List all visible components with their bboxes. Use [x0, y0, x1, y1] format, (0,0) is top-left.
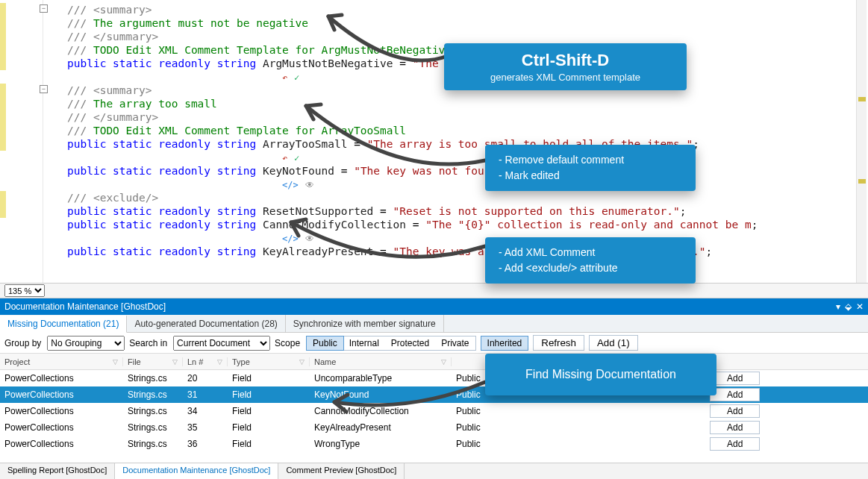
panel-pin-icon[interactable]: ⬙ [845, 301, 852, 312]
filter-icon[interactable]: ▽ [113, 358, 118, 366]
editor-gutter: − − [0, 0, 43, 298]
col-type[interactable]: Type▽ [228, 357, 310, 366]
table-row[interactable]: PowerCollectionsStrings.cs31FieldKeyNotF… [0, 386, 868, 403]
panel-titlebar: Documentation Maintenance [GhostDoc] ▾ ⬙… [0, 298, 868, 315]
add-row-button[interactable]: Add [710, 372, 760, 385]
table-row[interactable]: PowerCollectionsStrings.cs35FieldKeyAlre… [0, 419, 868, 436]
code-content[interactable]: /// <summary>/// The argument must not b… [67, 3, 758, 258]
tab-missing-documentation[interactable]: Missing Documentation (21) [0, 316, 127, 333]
callout-shortcut: Ctrl-Shift-D generates XML Comment templ… [444, 43, 687, 90]
callout-edit-actions: - Remove default comment - Mark edited [485, 145, 696, 191]
filter-icon[interactable]: ▽ [441, 358, 446, 366]
filter-icon[interactable]: ▽ [217, 358, 222, 366]
results-grid: Project▽ File▽ Ln #▽ Type▽ Name▽ Criteri… [0, 354, 868, 452]
code-editor[interactable]: − − ⬍ /// <summary>/// The argument must… [0, 0, 868, 298]
callout-add-actions: - Add XML Comment - Add <exclude/> attri… [485, 237, 696, 284]
tab-documentation-maintenance[interactable]: Documentation Maintenance [GhostDoc] [115, 463, 278, 479]
scope-protected[interactable]: Protected [385, 336, 435, 350]
add-button[interactable]: Add (1) [589, 335, 638, 351]
col-project[interactable]: Project▽ [0, 357, 123, 366]
scope-inherited[interactable]: Inherited [481, 336, 529, 351]
table-row[interactable]: PowerCollectionsStrings.cs36FieldWrongTy… [0, 436, 868, 452]
panel-dropdown-icon[interactable]: ▾ [836, 301, 840, 312]
grid-header: Project▽ File▽ Ln #▽ Type▽ Name▽ Criteri… [0, 354, 868, 370]
tab-synchronize[interactable]: Synchronize with member signature [286, 315, 444, 332]
bottom-tabs: Spelling Report [GhostDoc] Documentation… [0, 463, 868, 479]
searchin-select[interactable]: Current Document [173, 336, 270, 351]
panel-toolbar: Group by No Grouping Search in Current D… [0, 333, 868, 354]
scope-segment: Public Internal Protected Private [306, 336, 475, 351]
col-ln[interactable]: Ln #▽ [183, 357, 228, 366]
col-name[interactable]: Name▽ [310, 357, 452, 366]
refresh-button[interactable]: Refresh [533, 335, 584, 351]
zoom-select[interactable]: 135 % [4, 284, 45, 297]
add-row-button[interactable]: Add [710, 404, 760, 418]
scroll-marker-bar [856, 0, 867, 298]
callout-sub: generates XML Comment template [458, 72, 673, 83]
scope-label: Scope [275, 338, 300, 348]
scope-private[interactable]: Private [435, 336, 475, 350]
zoom-bar: 135 % [0, 283, 868, 298]
searchin-label: Search in [129, 338, 167, 348]
tab-comment-preview[interactable]: Comment Preview [GhostDoc] [278, 463, 405, 479]
tab-spelling-report[interactable]: Spelling Report [GhostDoc] [0, 463, 115, 479]
fold-toggle-icon[interactable]: − [40, 85, 48, 93]
add-row-button[interactable]: Add [710, 388, 760, 401]
table-row[interactable]: PowerCollectionsStrings.cs34FieldCannotM… [0, 403, 868, 419]
filter-icon[interactable]: ▽ [299, 358, 305, 366]
panel-close-icon[interactable]: ✕ [856, 301, 864, 312]
inherited-segment: Inherited [481, 336, 529, 351]
panel-tabs: Missing Documentation (21) Auto-generate… [0, 315, 868, 333]
add-row-button[interactable]: Add [710, 437, 760, 451]
groupby-label: Group by [4, 338, 41, 348]
fold-toggle-icon[interactable]: − [40, 4, 48, 13]
table-row[interactable]: PowerCollectionsStrings.cs20FieldUncompa… [0, 370, 868, 386]
tab-autogenerated-documentation[interactable]: Auto-generated Documentation (28) [127, 315, 285, 332]
add-row-button[interactable]: Add [710, 421, 760, 434]
panel-title: Documentation Maintenance [GhostDoc] [4, 301, 166, 312]
groupby-select[interactable]: No Grouping [47, 336, 125, 351]
col-file[interactable]: File▽ [123, 357, 183, 366]
callout-title: Ctrl-Shift-D [458, 51, 673, 70]
scope-public[interactable]: Public [306, 336, 344, 351]
callout-find-missing: Find Missing Documentation [485, 354, 716, 395]
filter-icon[interactable]: ▽ [172, 358, 178, 366]
scope-internal[interactable]: Internal [343, 336, 385, 350]
